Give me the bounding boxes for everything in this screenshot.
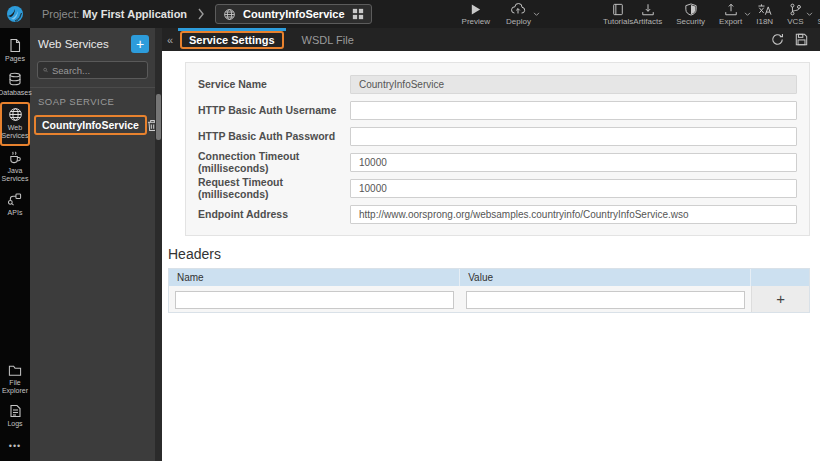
header-name-input[interactable] [175,291,454,309]
i18n-button[interactable]: I18N [756,3,773,26]
toolbar-right-group: Artifacts Security Export [633,3,820,26]
web-services-panel: Web Services + SOAP SERVICE CountryInfoS… [30,28,155,461]
sidebar-item-label: File Explorer [0,379,30,395]
upload-tray-icon [724,3,738,16]
field-label: HTTP Basic Auth Username [198,104,350,116]
wavemaker-logo-icon [5,4,25,24]
editor-tab-bar: « Service Settings WSDL File [162,28,820,51]
tabbar-spacer [358,28,771,51]
project-label: Project: [42,8,79,20]
header-name-cell [169,286,460,312]
column-header-name: Name [169,269,460,286]
basic-auth-password-field[interactable] [350,127,797,146]
chevron-down-icon [744,12,751,17]
globe-icon [223,8,236,21]
sidebar-item-label: Databases [0,89,32,97]
soap-service-section-label: SOAP SERVICE [30,87,155,113]
sidebar-item-databases[interactable]: Databases [0,68,30,102]
project-name: My First Application [82,8,187,20]
request-timeout-field[interactable] [350,179,797,198]
endpoint-address-field[interactable] [350,205,797,224]
add-header-cell: + [751,286,809,312]
deploy-button[interactable]: Deploy [506,3,531,26]
main-area: « Service Settings WSDL File [162,28,820,461]
vcs-button[interactable]: VCS [787,3,803,26]
coffee-icon [8,150,22,165]
save-button[interactable] [795,33,808,46]
headers-table-head: Name Value [169,269,809,286]
download-tray-icon [641,3,655,16]
tutorials-label: Tutorials [603,17,633,26]
active-tab-indicator [178,28,286,31]
play-icon [469,3,482,16]
header-value-input[interactable] [466,291,745,309]
chevron-down-icon [533,12,540,17]
panel-header: Web Services + [30,28,155,59]
sidebar-item-label: APIs [8,209,23,217]
form-row-endpoint: Endpoint Address [198,201,797,227]
service-name-field [350,75,797,94]
top-bar: Project: My First Application CountryInf… [0,0,820,28]
service-item-name[interactable]: CountryInfoService [34,115,147,135]
table-row: + [169,286,809,312]
service-settings-form: Service Name HTTP Basic Auth Username HT… [185,62,810,236]
form-row-connection-timeout: Connection Timeout (milliseconds) [198,149,797,175]
connection-timeout-field[interactable] [350,153,797,172]
header-value-cell [460,286,751,312]
field-label: Service Name [198,78,350,90]
form-row-service-name: Service Name [198,71,797,97]
tab-service-settings-label: Service Settings [180,31,284,49]
project-breadcrumb: Project: My First Application [42,8,187,20]
headers-title: Headers [168,246,810,262]
app-logo[interactable] [0,0,30,28]
tab-service-settings[interactable]: Service Settings [178,28,286,51]
tutorials-button[interactable]: Tutorials [603,3,633,26]
panel-title: Web Services [38,38,131,50]
basic-auth-username-field[interactable] [350,101,797,120]
folder-icon [8,364,22,377]
service-tab-label: CountryInfoService [243,8,344,20]
sidebar-item-apis[interactable]: APIs [0,188,30,222]
tab-wsdl-file[interactable]: WSDL File [298,28,358,51]
plug-icon [8,192,22,207]
preview-button[interactable]: Preview [462,3,490,26]
add-service-button[interactable]: + [131,35,149,53]
artifacts-label: Artifacts [633,17,662,26]
sidebar-item-logs[interactable]: Logs [0,400,30,433]
service-search[interactable] [37,61,148,79]
panel-scrollbar-thumb[interactable] [156,94,161,140]
security-label: Security [676,17,705,26]
security-button[interactable]: Security [676,3,705,26]
open-service-tab[interactable]: CountryInfoService [215,4,371,24]
more-menu-button[interactable]: ••• [9,433,21,461]
git-branch-icon [789,3,802,16]
refresh-button[interactable] [771,33,784,46]
collapse-panel-button[interactable]: « [162,28,178,51]
sidebar-item-label: Logs [7,420,22,428]
panel-scrollbar[interactable] [155,28,162,461]
sidebar-item-file-explorer[interactable]: File Explorer [0,360,30,400]
field-label: Request Timeout (milliseconds) [198,176,350,200]
sidebar-item-web-services[interactable]: Web Services [0,102,30,146]
add-header-button[interactable]: + [768,289,793,308]
sidebar-item-java-services[interactable]: Java Services [0,146,30,188]
shield-icon [685,3,697,16]
sidebar-item-label: Pages [5,55,25,63]
service-list-item[interactable]: CountryInfoService [30,113,155,137]
globe-icon [8,107,23,122]
chevron-right-icon [197,8,205,20]
sidebar-item-pages[interactable]: Pages [0,34,30,68]
form-row-username: HTTP Basic Auth Username [198,97,797,123]
column-header-actions [751,269,809,286]
export-button[interactable]: Export [719,3,742,26]
chevron-down-icon [806,12,813,17]
vcs-label: VCS [787,17,803,26]
search-input[interactable] [52,65,142,76]
sidebar-item-label: Web Services [2,124,29,140]
artifacts-button[interactable]: Artifacts [633,3,662,26]
preview-label: Preview [462,17,490,26]
form-row-password: HTTP Basic Auth Password [198,123,797,149]
column-header-value: Value [460,269,751,286]
export-label: Export [719,17,742,26]
tabbar-actions [771,28,808,51]
